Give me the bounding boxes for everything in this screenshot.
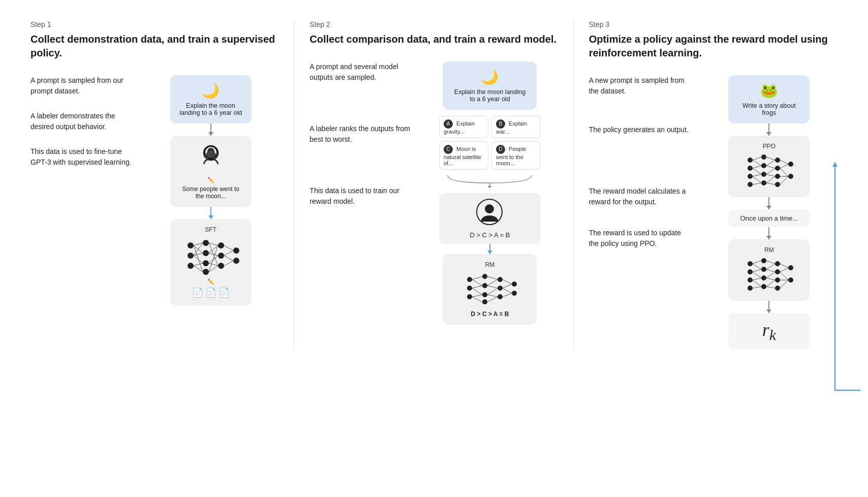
svg-line-132 (780, 272, 788, 280)
step3-desc-2: The policy generates an output. (589, 125, 691, 135)
step3-output-text: Once upon a time... (736, 214, 801, 222)
svg-point-47 (482, 299, 487, 304)
comp-item-c: C Moon is natural satellite of... (439, 141, 488, 170)
step2-desc-2: A labeler ranks the outputs from best to… (309, 123, 411, 145)
svg-point-82 (788, 174, 793, 179)
rm-nn-svg (459, 270, 520, 306)
sft-nn-svg (180, 235, 241, 276)
step1-content: A prompt is sampled from our prompt data… (30, 75, 279, 305)
svg-line-61 (487, 286, 498, 288)
step3-arrow-4 (768, 301, 769, 313)
svg-point-107 (761, 267, 766, 272)
svg-line-89 (753, 183, 761, 184)
step2-rm-label: RM (452, 261, 528, 268)
svg-line-30 (209, 266, 218, 272)
svg-point-74 (761, 163, 766, 168)
svg-line-123 (766, 261, 775, 264)
badge-b: B (496, 119, 505, 129)
svg-line-60 (487, 279, 498, 286)
svg-point-106 (761, 258, 766, 263)
svg-line-36 (224, 261, 233, 266)
svg-line-101 (780, 176, 788, 184)
svg-point-78 (775, 166, 780, 171)
step1-pencil-icon: ✏️ (179, 177, 242, 183)
step1-label: Step 1 (30, 20, 279, 28)
comp-item-b: B Explain war... (491, 116, 541, 138)
svg-line-22 (194, 266, 203, 272)
svg-line-62 (487, 288, 498, 295)
svg-point-6 (188, 253, 194, 259)
svg-line-65 (503, 279, 512, 284)
svg-point-77 (775, 158, 780, 163)
step2-comp-container: A Explain gravity... B Explain war... C … (439, 116, 541, 170)
svg-point-15 (233, 247, 239, 254)
svg-line-118 (753, 269, 761, 272)
svg-point-52 (512, 291, 517, 296)
svg-line-97 (780, 160, 788, 164)
svg-point-102 (748, 261, 753, 266)
svg-line-25 (209, 243, 218, 245)
svg-line-84 (753, 160, 761, 166)
svg-point-50 (498, 294, 503, 299)
step3-descriptions: A new prompt is sampled from the dataset… (589, 75, 691, 263)
svg-point-45 (482, 283, 487, 288)
step1-desc-3: This data is used to fine-tune GPT-3 wit… (30, 146, 132, 168)
step1-desc-1: A prompt is sampled from our prompt data… (30, 75, 132, 97)
svg-line-63 (487, 295, 498, 297)
svg-line-67 (503, 288, 512, 293)
svg-point-12 (218, 242, 224, 248)
svg-line-116 (753, 261, 761, 264)
step2-rm-card: RM (443, 254, 537, 325)
svg-point-70 (748, 166, 753, 171)
svg-point-81 (788, 162, 793, 167)
svg-point-112 (775, 277, 780, 283)
step3-desc-1: A new prompt is sampled from the dataset… (589, 75, 691, 97)
svg-point-104 (748, 277, 753, 283)
step2-prompt-text: Explain the moon landing to a 6 year old (452, 88, 528, 103)
step2-diagram: 🌙 Explain the moon landing to a 6 year o… (421, 61, 558, 325)
step2-desc-3: This data is used to train our reward mo… (309, 185, 411, 207)
svg-line-86 (753, 168, 761, 174)
person-svg (196, 143, 226, 173)
svg-point-48 (498, 277, 503, 282)
svg-point-5 (188, 242, 194, 248)
svg-line-59 (487, 276, 498, 279)
svg-line-55 (472, 286, 482, 288)
svg-line-127 (766, 278, 775, 280)
svg-point-8 (203, 240, 209, 246)
svg-line-117 (753, 264, 761, 269)
svg-point-115 (788, 277, 793, 283)
step3-rm-label: RM (737, 246, 800, 254)
step1-sft-card: SFT (170, 219, 252, 305)
svg-marker-38 (487, 186, 492, 188)
svg-line-57 (472, 295, 482, 297)
svg-line-120 (753, 278, 761, 280)
step1-descriptions: A prompt is sampled from our prompt data… (30, 75, 132, 182)
step2-label: Step 2 (309, 20, 558, 28)
svg-line-90 (766, 157, 775, 160)
svg-line-91 (766, 160, 775, 166)
doc-icon-1: 📄 (192, 287, 203, 298)
svg-line-121 (753, 280, 761, 287)
svg-line-93 (766, 168, 775, 174)
step2-brace (443, 173, 537, 190)
svg-line-96 (766, 183, 775, 184)
step1-sft-label: SFT (179, 226, 242, 233)
svg-point-49 (498, 286, 503, 291)
step3-rk-sub: k (769, 326, 776, 343)
step3-title: Optimize a policy against the reward mod… (589, 33, 838, 60)
svg-line-124 (766, 264, 775, 269)
svg-point-10 (203, 260, 209, 266)
step1-diagram: 🌙 Explain the moon landing to a 6 year o… (142, 75, 279, 305)
frog-icon: 🐸 (737, 82, 800, 99)
step3-rm-card: RM (728, 239, 810, 301)
svg-point-109 (761, 284, 766, 289)
step1-arrow-2 (210, 207, 211, 219)
step3-prompt-text: Write a story about frogs (737, 102, 800, 116)
svg-point-41 (467, 277, 472, 282)
svg-line-34 (224, 251, 233, 256)
svg-line-83 (753, 157, 761, 160)
svg-point-16 (233, 258, 239, 264)
svg-line-125 (766, 269, 775, 272)
step3-arrow-3 (768, 227, 769, 239)
